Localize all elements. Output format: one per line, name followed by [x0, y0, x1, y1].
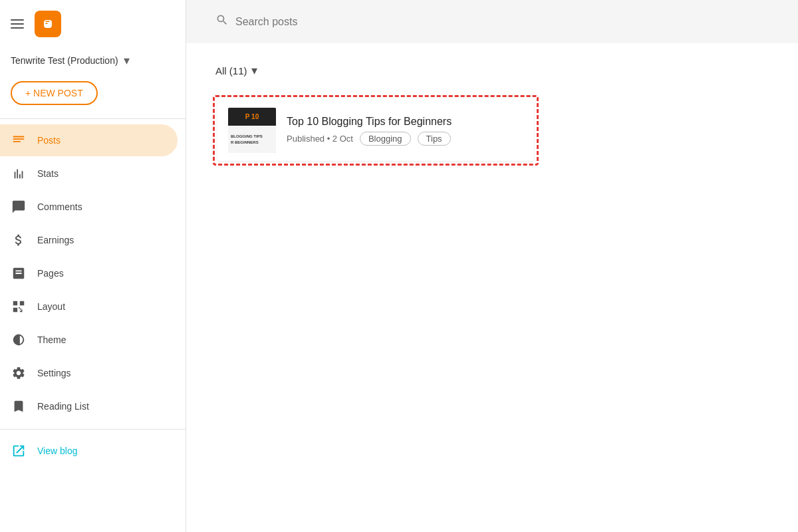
top-bar — [186, 0, 798, 43]
svg-rect-0 — [17, 334, 20, 346]
sidebar-bottom-divider — [0, 429, 186, 430]
sidebar-nav: Posts Stats Comments — [0, 124, 186, 424]
sidebar-item-layout[interactable]: Layout — [0, 291, 178, 323]
sidebar-item-comments-label: Comments — [37, 201, 82, 212]
view-blog-icon — [11, 443, 27, 459]
sidebar-item-posts[interactable]: Posts — [0, 124, 178, 156]
blog-selector[interactable]: Tenwrite Test (Production) ▾ — [0, 48, 186, 78]
post-tag-blogging[interactable]: Blogging — [360, 132, 411, 146]
sidebar-item-pages[interactable]: Pages — [0, 257, 178, 289]
post-thumbnail: P 10 BLOGGING TIPS R BEGINNERS — [228, 108, 276, 153]
sidebar-item-pages-label: Pages — [37, 268, 64, 279]
filter-dropdown[interactable]: All (11) ▾ — [213, 59, 260, 82]
post-status: Published • 2 Oct — [287, 134, 353, 144]
pages-icon — [11, 265, 27, 281]
post-title: Top 10 Blogging Tips for Beginners — [287, 116, 523, 128]
earnings-icon — [11, 232, 27, 248]
sidebar-item-stats-label: Stats — [37, 168, 59, 179]
blog-name: Tenwrite Test (Production) — [11, 55, 118, 66]
sidebar-top-divider — [0, 118, 186, 119]
sidebar-item-layout-label: Layout — [37, 301, 65, 312]
sidebar-item-earnings[interactable]: Earnings — [0, 224, 178, 256]
sidebar-item-theme-label: Theme — [37, 334, 66, 345]
post-card-highlighted-wrapper: P 10 BLOGGING TIPS R BEGINNERS Top 10 Bl… — [213, 95, 539, 166]
post-info: Top 10 Blogging Tips for Beginners Publi… — [287, 116, 523, 146]
sidebar-item-reading-list-label: Reading List — [37, 401, 89, 412]
posts-icon — [11, 132, 27, 148]
hamburger-menu-icon[interactable] — [8, 17, 27, 31]
posts-area: All (11) ▾ P 10 BLOGGING TIPS R BEGINNER… — [186, 43, 798, 532]
filter-chevron-icon: ▾ — [251, 63, 257, 78]
post-tag-tips[interactable]: Tips — [418, 132, 451, 146]
sidebar-item-posts-label: Posts — [37, 135, 61, 146]
search-container — [202, 8, 668, 35]
sidebar-item-reading-list[interactable]: Reading List — [0, 390, 178, 422]
comments-icon — [11, 199, 27, 215]
sidebar: Tenwrite Test (Production) ▾ + NEW POST … — [0, 0, 186, 532]
search-icon — [215, 13, 229, 30]
post-meta: Published • 2 Oct Blogging Tips — [287, 132, 523, 146]
sidebar-header — [0, 0, 186, 48]
post-thumbnail-img: P 10 BLOGGING TIPS R BEGINNERS — [228, 108, 276, 153]
theme-icon — [11, 332, 27, 348]
stats-icon — [11, 166, 27, 182]
sidebar-item-earnings-label: Earnings — [37, 235, 74, 245]
main-content: All (11) ▾ P 10 BLOGGING TIPS R BEGINNER… — [186, 0, 798, 532]
view-blog-label: View blog — [37, 446, 77, 456]
sidebar-item-settings[interactable]: Settings — [0, 357, 178, 389]
sidebar-item-theme[interactable]: Theme — [0, 324, 178, 356]
reading-list-icon — [11, 398, 27, 414]
post-card[interactable]: P 10 BLOGGING TIPS R BEGINNERS Top 10 Bl… — [217, 100, 534, 161]
search-input[interactable] — [235, 16, 654, 28]
blog-selector-chevron-icon: ▾ — [124, 53, 130, 68]
filter-bar: All (11) ▾ — [213, 59, 771, 82]
layout-icon — [11, 299, 27, 315]
settings-icon — [11, 365, 27, 381]
sidebar-item-settings-label: Settings — [37, 368, 71, 378]
sidebar-item-view-blog[interactable]: View blog — [0, 435, 186, 467]
sidebar-item-stats[interactable]: Stats — [0, 158, 178, 190]
new-post-button[interactable]: + NEW POST — [11, 81, 98, 105]
sidebar-item-comments[interactable]: Comments — [0, 191, 178, 223]
blogger-logo — [35, 11, 61, 37]
filter-label: All (11) — [215, 65, 247, 76]
